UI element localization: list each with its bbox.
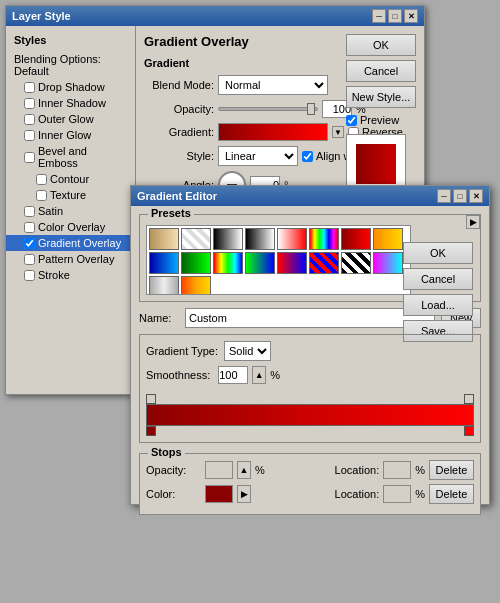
satin-label: Satin xyxy=(38,205,63,217)
texture-checkbox[interactable] xyxy=(36,190,47,201)
ge-maximize-button[interactable]: □ xyxy=(453,189,467,203)
smoothness-row: Smoothness: ▲ % xyxy=(146,366,474,384)
preset-swatch-9[interactable] xyxy=(149,252,179,274)
opacity-location-label: Location: xyxy=(335,464,380,476)
smoothness-input[interactable] xyxy=(218,366,248,384)
sidebar-item-outer-glow[interactable]: Outer Glow xyxy=(6,111,135,127)
drop-shadow-label: Drop Shadow xyxy=(38,81,105,93)
sidebar-item-gradient-overlay[interactable]: Gradient Overlay xyxy=(6,235,135,251)
gradient-bar[interactable] xyxy=(146,404,474,426)
ge-name-input[interactable] xyxy=(185,308,435,328)
sidebar-item-color-overlay[interactable]: Color Overlay xyxy=(6,219,135,235)
smoothness-stepper[interactable]: ▲ xyxy=(252,366,266,384)
bevel-emboss-checkbox[interactable] xyxy=(24,152,35,163)
ge-ok-button[interactable]: OK xyxy=(403,242,473,264)
opacity-stop-left[interactable] xyxy=(146,394,156,404)
pattern-overlay-checkbox[interactable] xyxy=(24,254,35,265)
sidebar-item-satin[interactable]: Satin xyxy=(6,203,135,219)
minimize-button[interactable]: ─ xyxy=(372,9,386,23)
layer-style-sidebar: Styles Blending Options: Default Drop Sh… xyxy=(6,26,136,394)
ok-button[interactable]: OK xyxy=(346,34,416,56)
ge-cancel-button[interactable]: Cancel xyxy=(403,268,473,290)
inner-shadow-checkbox[interactable] xyxy=(24,98,35,109)
preset-swatch-15[interactable] xyxy=(341,252,371,274)
sidebar-item-pattern-overlay[interactable]: Pattern Overlay xyxy=(6,251,135,267)
satin-checkbox[interactable] xyxy=(24,206,35,217)
stroke-checkbox[interactable] xyxy=(24,270,35,281)
drop-shadow-checkbox[interactable] xyxy=(24,82,35,93)
inner-glow-label: Inner Glow xyxy=(38,129,91,141)
sidebar-item-contour[interactable]: Contour xyxy=(6,171,135,187)
contour-label: Contour xyxy=(50,173,89,185)
preset-swatch-6[interactable] xyxy=(309,228,339,250)
color-location-input[interactable] xyxy=(383,485,411,503)
color-stepper[interactable]: ▶ xyxy=(237,485,251,503)
gradient-dropdown-arrow[interactable]: ▼ xyxy=(332,126,344,138)
ge-close-button[interactable]: ✕ xyxy=(469,189,483,203)
cancel-button[interactable]: Cancel xyxy=(346,60,416,82)
style-label: Style: xyxy=(144,150,214,162)
maximize-button[interactable]: □ xyxy=(388,9,402,23)
gradient-type-select[interactable]: Solid xyxy=(224,341,271,361)
opacity-thumb[interactable] xyxy=(307,103,315,115)
preset-swatch-5[interactable] xyxy=(277,228,307,250)
presets-expand-arrow[interactable]: ▶ xyxy=(466,215,480,229)
preset-swatch-3[interactable] xyxy=(213,228,243,250)
gradient-preview[interactable] xyxy=(218,123,328,141)
opacity-stop-input[interactable] xyxy=(205,461,233,479)
color-overlay-label: Color Overlay xyxy=(38,221,105,233)
gradient-label: Gradient: xyxy=(144,126,214,138)
sidebar-item-inner-shadow[interactable]: Inner Shadow xyxy=(6,95,135,111)
preview-checkbox[interactable] xyxy=(346,115,357,126)
bevel-emboss-label: Bevel and Emboss xyxy=(38,145,127,169)
color-delete-button[interactable]: Delete xyxy=(429,484,474,504)
opacity-stop-pct: % xyxy=(255,464,265,476)
color-overlay-checkbox[interactable] xyxy=(24,222,35,233)
preset-swatch-18[interactable] xyxy=(181,276,211,295)
color-location-pct: % xyxy=(415,488,425,500)
sidebar-item-bevel-emboss[interactable]: Bevel and Emboss xyxy=(6,143,135,171)
opacity-label: Opacity: xyxy=(144,103,214,115)
sidebar-item-drop-shadow[interactable]: Drop Shadow xyxy=(6,79,135,95)
gradient-overlay-checkbox[interactable] xyxy=(24,238,35,249)
texture-label: Texture xyxy=(50,189,86,201)
preset-swatch-2[interactable] xyxy=(181,228,211,250)
opacity-stop-label: Opacity: xyxy=(146,464,201,476)
preset-swatch-8[interactable] xyxy=(373,228,403,250)
opacity-stop-right[interactable] xyxy=(464,394,474,404)
color-stop-right[interactable] xyxy=(464,426,474,436)
sidebar-item-stroke[interactable]: Stroke xyxy=(6,267,135,283)
sidebar-item-inner-glow[interactable]: Inner Glow xyxy=(6,127,135,143)
new-style-button[interactable]: New Style... xyxy=(346,86,416,108)
ge-name-label: Name: xyxy=(139,312,179,324)
style-select[interactable]: Linear xyxy=(218,146,298,166)
preset-swatch-13[interactable] xyxy=(277,252,307,274)
color-stop-left[interactable] xyxy=(146,426,156,436)
ge-load-button[interactable]: Load... xyxy=(403,294,473,316)
preset-swatch-7[interactable] xyxy=(341,228,371,250)
presets-scrollbox[interactable] xyxy=(146,225,411,295)
contour-checkbox[interactable] xyxy=(36,174,47,185)
opacity-location-input[interactable] xyxy=(383,461,411,479)
preset-swatch-16[interactable] xyxy=(373,252,403,274)
preset-swatch-11[interactable] xyxy=(213,252,243,274)
align-layer-checkbox[interactable] xyxy=(302,151,313,162)
opacity-stop-stepper[interactable]: ▲ xyxy=(237,461,251,479)
preset-swatch-14[interactable] xyxy=(309,252,339,274)
inner-glow-checkbox[interactable] xyxy=(24,130,35,141)
sidebar-item-texture[interactable]: Texture xyxy=(6,187,135,203)
close-button[interactable]: ✕ xyxy=(404,9,418,23)
preset-swatch-10[interactable] xyxy=(181,252,211,274)
ge-minimize-button[interactable]: ─ xyxy=(437,189,451,203)
opacity-delete-button[interactable]: Delete xyxy=(429,460,474,480)
blend-mode-select[interactable]: Normal xyxy=(218,75,328,95)
preset-swatch-1[interactable] xyxy=(149,228,179,250)
preset-swatch-12[interactable] xyxy=(245,252,275,274)
opacity-slider[interactable] xyxy=(218,107,318,111)
sidebar-item-blending[interactable]: Blending Options: Default xyxy=(6,51,135,79)
color-swatch[interactable] xyxy=(205,485,233,503)
smoothness-pct: % xyxy=(270,369,280,381)
outer-glow-checkbox[interactable] xyxy=(24,114,35,125)
preset-swatch-17[interactable] xyxy=(149,276,179,295)
preset-swatch-4[interactable] xyxy=(245,228,275,250)
